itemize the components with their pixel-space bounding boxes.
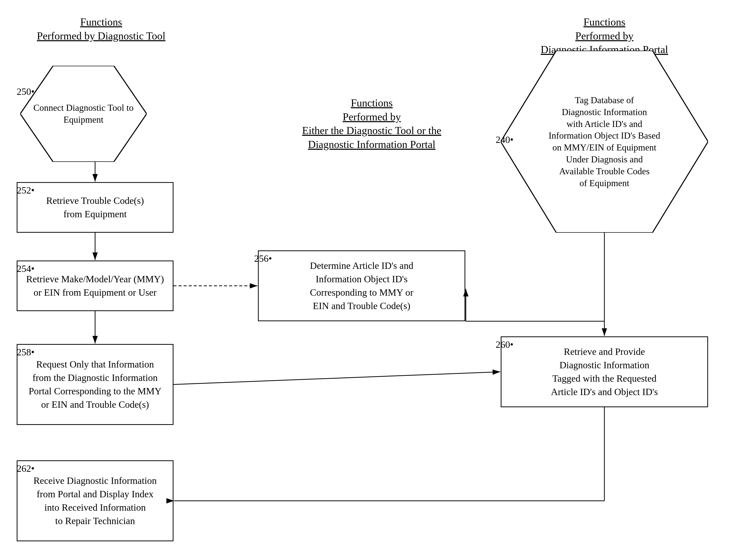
box-258: Request Only that Informationfrom the Di… bbox=[17, 344, 173, 425]
box-256: Determine Article ID's andInformation Ob… bbox=[258, 250, 465, 321]
box-252: Retrieve Trouble Code(s)from Equipment bbox=[17, 182, 173, 233]
box-252-text: Retrieve Trouble Code(s)from Equipment bbox=[46, 194, 144, 221]
step-250: 250• bbox=[17, 86, 34, 97]
header-left: Functions Performed by Diagnostic Tool bbox=[15, 15, 187, 43]
header-center: Functions Performed by Either the Diagno… bbox=[258, 96, 486, 151]
step-252: 252• bbox=[17, 185, 34, 196]
hex-250: Connect Diagnostic Tool to Equipment bbox=[20, 66, 147, 162]
box-254-text: Retrieve Make/Model/Year (MMY)or EIN fro… bbox=[26, 273, 164, 299]
box-254: Retrieve Make/Model/Year (MMY)or EIN fro… bbox=[17, 260, 173, 311]
diagram-container: Functions Performed by Diagnostic Tool F… bbox=[0, 0, 746, 560]
hex-250-text: Connect Diagnostic Tool to Equipment bbox=[33, 102, 134, 126]
box-256-text: Determine Article ID's andInformation Ob… bbox=[310, 259, 413, 313]
step-254: 254• bbox=[17, 263, 34, 274]
box-262-text: Receive Diagnostic Informationfrom Porta… bbox=[33, 474, 157, 528]
step-260: 260• bbox=[496, 339, 513, 350]
svg-line-12 bbox=[173, 372, 500, 385]
step-256: 256• bbox=[254, 253, 272, 264]
box-262: Receive Diagnostic Informationfrom Porta… bbox=[17, 460, 173, 541]
hex-240: Tag Database ofDiagnostic Informationwit… bbox=[501, 51, 708, 233]
step-240: 240• bbox=[496, 134, 513, 145]
box-258-text: Request Only that Informationfrom the Di… bbox=[29, 358, 162, 412]
box-260: Retrieve and ProvideDiagnostic Informati… bbox=[501, 336, 708, 407]
step-258: 258• bbox=[17, 346, 34, 358]
box-260-text: Retrieve and ProvideDiagnostic Informati… bbox=[551, 345, 658, 399]
step-262: 262• bbox=[17, 463, 34, 474]
hex-240-text: Tag Database ofDiagnostic Informationwit… bbox=[530, 94, 679, 189]
